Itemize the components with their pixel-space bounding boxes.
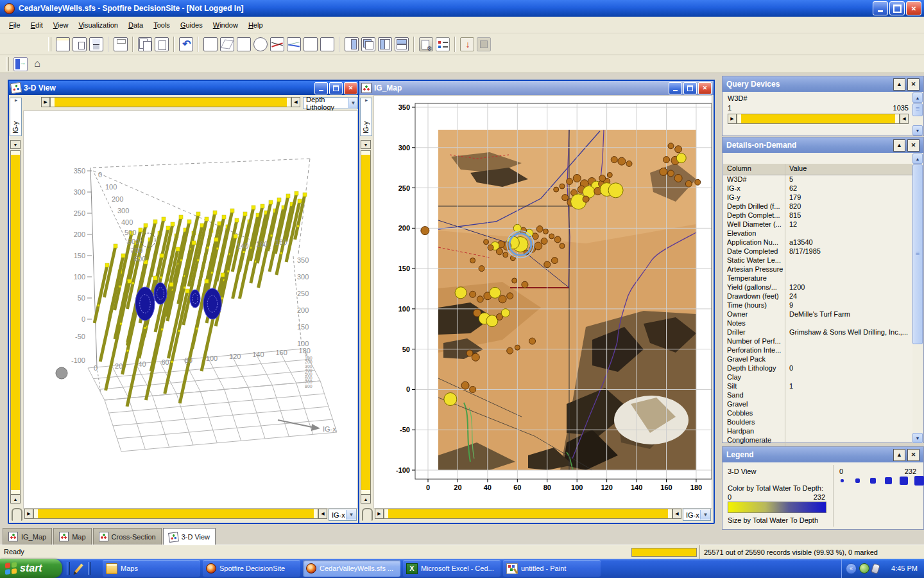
close-icon[interactable]: ✕: [907, 139, 920, 152]
layout-right-icon[interactable]: [345, 37, 359, 51]
table-row[interactable]: Depth Complet...815: [723, 211, 914, 220]
tab-3-d-view[interactable]: 3-D View: [163, 528, 216, 545]
map-bottom-range-slider[interactable]: [384, 509, 672, 519]
chevron-down-icon[interactable]: ▼: [700, 510, 710, 520]
tab-ig-map[interactable]: IG_Map: [3, 528, 52, 545]
table-row[interactable]: Application Nu...a13540: [723, 238, 914, 247]
map-close-button[interactable]: ✕: [698, 82, 712, 94]
details-col-value[interactable]: Value: [785, 164, 914, 175]
tray-chevron-icon[interactable]: «: [846, 563, 857, 574]
3d-top-slider-left-arrow[interactable]: ▶: [41, 97, 50, 107]
table-icon[interactable]: [320, 37, 334, 51]
table-row[interactable]: Static Water Le...: [723, 256, 914, 265]
3d-top-slider-right-arrow[interactable]: ◀: [291, 97, 300, 107]
task-button[interactable]: CedarValleyWells.sfs ...: [303, 560, 400, 577]
table-row[interactable]: Boulders: [723, 418, 914, 427]
table-row[interactable]: Depth Lithology0: [723, 364, 914, 373]
layout-cols-icon[interactable]: [378, 37, 392, 51]
map-plot-area[interactable]: 0204060801001201401601803503002502001501…: [373, 95, 712, 509]
table-row[interactable]: Date Completed8/17/1985: [723, 247, 914, 256]
print-icon[interactable]: [114, 37, 128, 51]
query-slider-left-arrow[interactable]: ▶: [728, 114, 737, 124]
import-file-icon[interactable]: [73, 37, 87, 51]
task-button[interactable]: untitled - Paint: [503, 560, 601, 577]
map-left-range-slider[interactable]: [361, 150, 371, 495]
undo-icon[interactable]: [179, 37, 193, 51]
query-scrollbar[interactable]: ▲ ▼: [912, 92, 923, 136]
details-header[interactable]: Details-on-Demand ▲ ✕: [723, 137, 923, 153]
tab-cross-section[interactable]: Cross-Section: [93, 528, 162, 545]
table-row[interactable]: Yield (gallons/...1200: [723, 283, 914, 292]
pie-chart-icon[interactable]: [253, 37, 268, 51]
task-button[interactable]: Maps: [103, 560, 200, 577]
menu-item-visualization[interactable]: Visualization: [73, 19, 123, 31]
menu-item-window[interactable]: Window: [208, 19, 243, 31]
query-devices-header[interactable]: Query Devices ▲ ✕: [723, 76, 923, 92]
scatter-2d-icon[interactable]: [203, 37, 218, 51]
export-disabled-icon[interactable]: [477, 37, 491, 51]
menu-item-view[interactable]: View: [48, 19, 74, 31]
map-bottom-slider-right-arrow[interactable]: ◀: [672, 509, 681, 519]
3d-bottom-slider-right-arrow[interactable]: ◀: [318, 509, 327, 519]
map-maximize-button[interactable]: [683, 82, 697, 94]
table-row[interactable]: Drawdown (feet)24: [723, 292, 914, 301]
map-y-axis-dropdown[interactable]: IG-y▼: [360, 98, 373, 137]
map-minimize-button[interactable]: [669, 82, 682, 94]
chevron-down-icon[interactable]: ▼: [348, 98, 357, 108]
save-icon[interactable]: [89, 37, 103, 51]
3d-y-axis-dropdown[interactable]: IG-y▼: [10, 98, 22, 137]
3d-bottom-slider-left-arrow[interactable]: ▶: [24, 509, 33, 519]
3d-close-button[interactable]: ✕: [344, 82, 357, 94]
table-row[interactable]: Gravel Pack: [723, 355, 914, 364]
app-minimize-button[interactable]: [873, 1, 888, 15]
profile-chart-icon[interactable]: [287, 37, 301, 51]
legend-list-icon[interactable]: [436, 37, 450, 51]
toolbar-grip[interactable]: [67, 562, 70, 575]
3d-left-slider-bottom-arrow[interactable]: ▲: [10, 495, 21, 504]
table-row[interactable]: Time (hours)9: [723, 301, 914, 310]
query-range-slider[interactable]: [737, 114, 900, 124]
table-row[interactable]: Depth Drilled (f...820: [723, 202, 914, 211]
table-row[interactable]: Sand: [723, 391, 914, 400]
details-col-column[interactable]: Column: [723, 164, 785, 175]
table-row[interactable]: Hardpan: [723, 427, 914, 436]
3d-color-axis-dropdown[interactable]: Depth Lithology▼: [303, 97, 358, 109]
menu-item-help[interactable]: Help: [243, 19, 268, 31]
3d-bottom-range-slider[interactable]: [33, 509, 318, 519]
attachment-icon[interactable]: [362, 508, 373, 521]
tab-map[interactable]: Map: [53, 528, 91, 545]
app-restore-button[interactable]: [889, 1, 905, 15]
mouse-device-icon[interactable]: [871, 563, 880, 574]
scatter-3d-icon[interactable]: [220, 37, 234, 51]
3d-top-range-slider[interactable]: [50, 97, 291, 107]
table-row[interactable]: Silt1: [723, 382, 914, 391]
export-down-icon[interactable]: [460, 37, 474, 51]
app-close-button[interactable]: ✕: [906, 1, 921, 15]
3d-view-titlebar[interactable]: 3-D View ✕: [9, 81, 359, 95]
bar-chart-icon[interactable]: [237, 37, 251, 51]
table-row[interactable]: Cobbles: [723, 409, 914, 418]
open-file-icon[interactable]: [56, 37, 70, 51]
chevron-down-icon[interactable]: ▼: [346, 510, 356, 520]
attachment-icon[interactable]: [12, 508, 22, 521]
map-left-slider-top-arrow[interactable]: ▼: [361, 140, 371, 149]
table-row[interactable]: Temperature: [723, 274, 914, 283]
table-row[interactable]: IG-y179: [723, 193, 914, 202]
3d-left-slider-top-arrow[interactable]: ▼: [10, 140, 21, 149]
legend-header[interactable]: Legend ▲ ✕: [723, 447, 923, 462]
close-icon[interactable]: ✕: [907, 78, 920, 91]
collapse-icon[interactable]: ▲: [893, 449, 905, 461]
collapse-icon[interactable]: ▲: [893, 78, 905, 91]
details-table[interactable]: ColumnValueW3D#5IG-x62IG-y179Depth Drill…: [723, 164, 914, 454]
layout-rows-icon[interactable]: [395, 37, 409, 51]
toolbar-grip[interactable]: [6, 57, 9, 71]
menu-item-data[interactable]: Data: [123, 19, 148, 31]
ig-map-titlebar[interactable]: IG_Map ✕: [359, 81, 714, 95]
map-bottom-slider-left-arrow[interactable]: ▶: [375, 509, 384, 519]
layout-cascade-icon[interactable]: [361, 37, 375, 51]
table-row[interactable]: DrillerGrimshaw & Sons Well Drilling, In…: [723, 328, 914, 337]
network-globe-icon[interactable]: [859, 563, 869, 574]
table-row[interactable]: Conglomerate: [723, 436, 914, 445]
table-row[interactable]: OwnerDeMille's Turf Farm: [723, 310, 914, 319]
3d-x-axis-dropdown[interactable]: IG-x▼: [329, 509, 357, 521]
